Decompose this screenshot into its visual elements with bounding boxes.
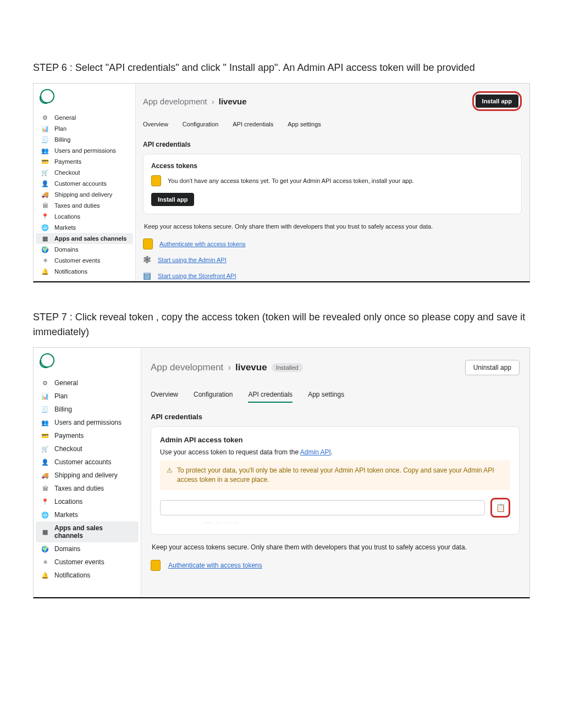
- sidebar-item-billing[interactable]: 🧾Billing: [34, 134, 135, 145]
- sidebar-item-domains[interactable]: 🌍Domains: [34, 542, 141, 555]
- nav-label: Taxes and duties: [54, 202, 100, 209]
- nav-label: Billing: [54, 136, 70, 143]
- nav-label: Notifications: [54, 268, 87, 275]
- tab-api-credentials[interactable]: API credentials: [248, 391, 292, 403]
- sidebar-item-markets[interactable]: 🌐Markets: [34, 222, 135, 233]
- breadcrumb-root[interactable]: App development: [151, 362, 223, 373]
- link-storefront-api[interactable]: Start using the Storefront API: [158, 273, 236, 279]
- link-authenticate[interactable]: Authenticate with access tokens: [159, 241, 246, 247]
- nav-icon: 📍: [41, 213, 49, 220]
- breadcrumb-app: livevue: [235, 362, 267, 373]
- sidebar-item-markets[interactable]: 🌐Markets: [34, 508, 141, 521]
- tab-app-settings[interactable]: App settings: [288, 121, 321, 131]
- sidebar-item-customer-events[interactable]: ✳Customer events: [34, 255, 135, 266]
- sidebar-item-users-and-permissions[interactable]: 👥Users and permissions: [34, 416, 141, 429]
- nav-icon: 🔔: [41, 268, 49, 275]
- nav-label: Customer events: [54, 257, 100, 264]
- nav-label: Checkout: [54, 169, 80, 176]
- nav-icon: ⚙: [41, 379, 49, 387]
- sidebar-item-taxes-and-duties[interactable]: 🏛Taxes and duties: [34, 200, 135, 211]
- nav-label: Payments: [54, 158, 81, 165]
- breadcrumb: App development › livevue: [143, 97, 247, 106]
- link-admin-api[interactable]: Start using the Admin API: [158, 257, 227, 263]
- sidebar-item-customer-accounts[interactable]: 👤Customer accounts: [34, 178, 135, 189]
- tab-overview[interactable]: Overview: [151, 391, 178, 403]
- sidebar-item-locations[interactable]: 📍Locations: [34, 211, 135, 222]
- warning-banner: ⚠ To protect your data, you'll only be a…: [160, 460, 510, 490]
- nav-icon: 💳: [41, 432, 49, 440]
- copy-token-button[interactable]: 📋: [490, 498, 510, 518]
- sidebar-item-notifications[interactable]: 🔔Notifications: [34, 266, 135, 277]
- sidebar-item-locations[interactable]: 📍Locations: [34, 495, 141, 508]
- sidebar-item-users-and-permissions[interactable]: 👥Users and permissions: [34, 145, 135, 156]
- sidebar-item-checkout[interactable]: 🛒Checkout: [34, 442, 141, 455]
- empty-tokens-text: You don't have any access tokens yet. To…: [168, 177, 414, 184]
- nav-icon: 🏛: [41, 485, 49, 492]
- sidebar-item-billing[interactable]: 🧾Billing: [34, 403, 141, 416]
- sidebar-item-notifications[interactable]: 🔔Notifications: [34, 569, 141, 582]
- install-app-button-card[interactable]: Install app: [151, 193, 194, 206]
- nav-icon: 📊: [41, 125, 49, 132]
- link-authenticate[interactable]: Authenticate with access tokens: [168, 562, 262, 569]
- nav-label: General: [54, 379, 78, 387]
- tab-configuration[interactable]: Configuration: [194, 391, 233, 403]
- store-logo: [34, 348, 141, 373]
- nav-label: Plan: [54, 392, 68, 400]
- installed-badge: Installed: [272, 363, 303, 372]
- sidebar-item-customer-events[interactable]: ✳Customer events: [34, 555, 141, 569]
- nav-icon: 🧾: [41, 405, 49, 413]
- nav-icon: 🚚: [41, 191, 49, 198]
- sidebar-item-payments[interactable]: 💳Payments: [34, 429, 141, 442]
- nav-icon: 🚚: [41, 471, 49, 479]
- section-title: API credentials: [143, 141, 522, 148]
- uninstall-app-button[interactable]: Uninstall app: [465, 360, 520, 375]
- nav-icon: 🏛: [41, 202, 49, 209]
- sidebar-item-taxes-and-duties[interactable]: 🏛Taxes and duties: [34, 482, 141, 495]
- sidebar-item-plan[interactable]: 📊Plan: [34, 390, 141, 403]
- sidebar-item-domains[interactable]: 🌍Domains: [34, 244, 135, 255]
- security-note: Keep your access tokens secure. Only sha…: [144, 223, 521, 230]
- token-field[interactable]: [160, 500, 485, 515]
- nav-label: Locations: [54, 498, 82, 505]
- sidebar-item-checkout[interactable]: 🛒Checkout: [34, 167, 135, 178]
- nav-icon: ✳: [41, 558, 49, 566]
- nav-label: Markets: [54, 511, 78, 519]
- link-admin-api-inline[interactable]: Admin API: [300, 448, 331, 456]
- nav-label: Payments: [54, 432, 84, 440]
- step-7-text: STEP 7 : Click reveal token , copy the a…: [33, 310, 530, 340]
- nav-label: Locations: [54, 213, 80, 220]
- tab-api-credentials[interactable]: API credentials: [233, 121, 273, 131]
- nav-label: Notifications: [54, 571, 90, 579]
- nav-icon: 👤: [41, 458, 49, 466]
- breadcrumb: App development › livevue Installed: [151, 362, 303, 373]
- nav-label: Billing: [54, 405, 72, 413]
- sidebar-item-apps-and-sales-channels[interactable]: ▦Apps and sales channels: [36, 521, 139, 542]
- install-app-button[interactable]: Install app: [476, 95, 518, 108]
- tab-app-settings[interactable]: App settings: [308, 391, 344, 403]
- nav-label: Plan: [54, 125, 67, 132]
- card-desc-a: Use your access token to request data fr…: [160, 448, 300, 456]
- highlight-install: Install app: [472, 91, 522, 111]
- step-6-text: STEP 6 : Select "API credentials" and cl…: [33, 60, 530, 75]
- breadcrumb-root[interactable]: App development: [143, 97, 207, 106]
- sidebar-item-general[interactable]: ⚙General: [34, 112, 135, 123]
- sidebar-item-payments[interactable]: 💳Payments: [34, 156, 135, 167]
- sidebar-item-shipping-and-delivery[interactable]: 🚚Shipping and delivery: [34, 469, 141, 482]
- nav-icon: 👥: [41, 147, 49, 154]
- security-note: Keep your access tokens secure. Only sha…: [152, 543, 518, 551]
- sidebar: ⚙General📊Plan🧾Billing👥Users and permissi…: [34, 348, 141, 597]
- tab-configuration[interactable]: Configuration: [183, 121, 218, 131]
- nav-label: Checkout: [54, 445, 82, 453]
- gear-icon: ❃: [143, 254, 151, 266]
- nav-icon: 💳: [41, 158, 49, 165]
- sidebar-item-customer-accounts[interactable]: 👤Customer accounts: [34, 455, 141, 469]
- nav-icon: ▦: [41, 235, 49, 242]
- sidebar-item-shipping-and-delivery[interactable]: 🚚Shipping and delivery: [34, 189, 135, 200]
- tab-overview[interactable]: Overview: [143, 121, 168, 131]
- sidebar-item-apps-and-sales-channels[interactable]: ▦Apps and sales channels: [36, 233, 133, 244]
- sidebar-item-general[interactable]: ⚙General: [34, 376, 141, 390]
- nav-label: Shipping and delivery: [54, 471, 118, 479]
- sidebar: ⚙General📊Plan🧾Billing👥Users and permissi…: [34, 84, 136, 281]
- sidebar-item-plan[interactable]: 📊Plan: [34, 123, 135, 134]
- nav-icon: ▦: [41, 528, 49, 536]
